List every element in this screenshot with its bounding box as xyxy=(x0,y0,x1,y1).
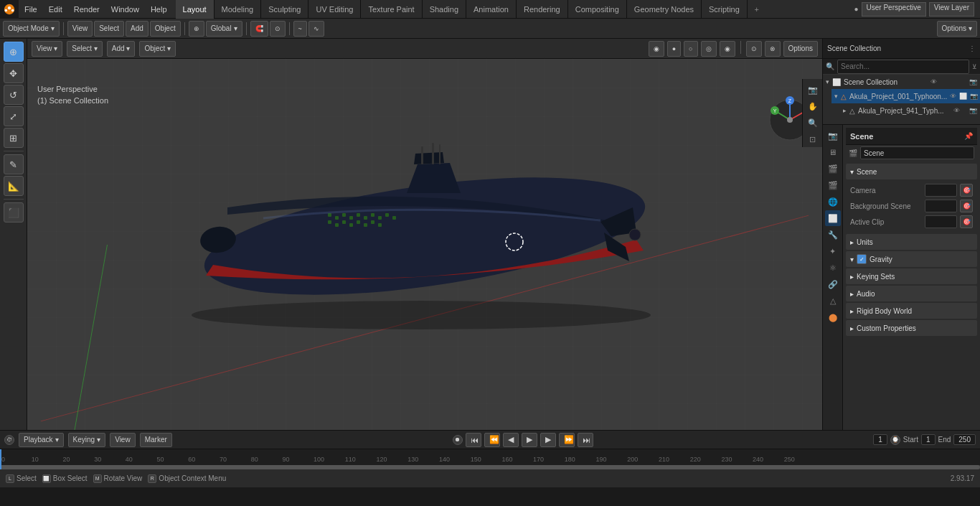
end-frame-display[interactable]: 250 xyxy=(953,434,976,445)
scene-area[interactable]: User Perspective (1) Scene Collection X … xyxy=(27,59,822,430)
view-layer-selector[interactable]: View Layer xyxy=(929,2,974,17)
active-clip-pick-btn[interactable]: 🎯 xyxy=(960,215,973,228)
add-cube-tool[interactable]: ⬛ xyxy=(4,202,24,222)
object-mode-dropdown[interactable]: Object Mode ▾ xyxy=(3,21,60,37)
prop-output-icon[interactable]: 🖥 xyxy=(825,144,841,160)
viewport-select-dropdown[interactable]: Select ▾ xyxy=(67,41,103,57)
collection-eye-icon[interactable]: 👁 xyxy=(930,78,937,85)
keying-section-header[interactable]: ▸ Keying Sets xyxy=(846,268,977,284)
viz1[interactable]: ~ xyxy=(293,21,307,37)
view-menu-btn[interactable]: View xyxy=(67,21,93,37)
viewport-add-dropdown[interactable]: Add ▾ xyxy=(107,41,136,57)
timeline-clock-icon[interactable]: ⏱ xyxy=(4,435,14,445)
select-menu-btn[interactable]: Select xyxy=(94,21,124,37)
viewport-shading-mat[interactable]: ◎ xyxy=(701,41,717,57)
vp-frame-icon[interactable]: ⊡ xyxy=(805,131,821,147)
cursor-tool[interactable]: ⊕ xyxy=(4,42,24,62)
item1-eye-icon[interactable]: 👁 xyxy=(950,93,956,100)
prop-world-icon[interactable]: 🌐 xyxy=(825,194,841,210)
rigidbody-section-header[interactable]: ▸ Rigid Body World xyxy=(846,303,977,319)
snap-toggle[interactable]: 🧲 xyxy=(250,21,268,37)
prop-view-icon[interactable]: 🎬 xyxy=(825,161,841,177)
object-menu-btn[interactable]: Object xyxy=(150,21,181,37)
tab-compositing[interactable]: Compositing xyxy=(568,0,627,19)
start-frame-display[interactable]: 1 xyxy=(921,434,936,445)
gravity-checkbox[interactable]: ✓ xyxy=(857,254,867,264)
viewport-display-mode[interactable]: ◉ xyxy=(649,41,664,57)
tab-animation[interactable]: Animation xyxy=(466,0,517,19)
prop-modifier-icon[interactable]: 🔧 xyxy=(825,227,841,243)
outliner-filter-btn[interactable]: ⊻ xyxy=(972,63,977,70)
jump-start-btn[interactable]: ⏮ xyxy=(466,433,481,447)
proportional-editing[interactable]: ⊙ xyxy=(270,21,286,37)
outliner-scene-collection[interactable]: ▾ ⬜ Scene Collection 👁 📷 xyxy=(823,75,980,89)
playback-dropdown[interactable]: Playback▾ xyxy=(19,433,64,447)
viewport-shading-render[interactable]: ◉ xyxy=(720,41,735,57)
record-btn[interactable]: ⏺ xyxy=(453,435,463,445)
tab-texture-paint[interactable]: Texture Paint xyxy=(361,0,422,19)
jump-end-btn[interactable]: ⏭ xyxy=(578,433,593,447)
viewport-options[interactable]: Options xyxy=(783,41,818,57)
units-section-header[interactable]: ▸ Units xyxy=(846,234,977,250)
timeline-scrollbar-thumb[interactable] xyxy=(0,465,980,469)
tab-layout[interactable]: Layout xyxy=(176,0,215,19)
next-keyframe-btn[interactable]: ▶ xyxy=(540,433,556,447)
scale-tool[interactable]: ⤢ xyxy=(4,106,24,126)
outliner-search-input[interactable] xyxy=(837,60,969,74)
vp-camera-icon[interactable]: 📷 xyxy=(805,82,821,98)
annotate-tool[interactable]: ✎ xyxy=(4,154,24,174)
active-clip-value[interactable] xyxy=(925,215,957,228)
prop-pin-icon[interactable]: 📌 xyxy=(964,132,973,140)
tab-modeling[interactable]: Modeling xyxy=(215,0,262,19)
menu-window[interactable]: Window xyxy=(105,0,145,19)
transform-global[interactable]: Global▾ xyxy=(206,21,242,37)
item2-render-icon[interactable]: 📷 xyxy=(969,107,977,114)
menu-file[interactable]: File xyxy=(19,0,43,19)
viewport-overlay[interactable]: ⊙ xyxy=(746,41,762,57)
tab-uv-editing[interactable]: UV Editing xyxy=(308,0,361,19)
move-tool[interactable]: ✥ xyxy=(4,63,24,83)
rotate-tool[interactable]: ↺ xyxy=(4,85,24,105)
tab-rendering[interactable]: Rendering xyxy=(517,0,568,19)
keying-dropdown[interactable]: Keying▾ xyxy=(68,433,106,447)
camera-pick-btn[interactable]: 🎯 xyxy=(960,184,973,197)
viewport-gizmo[interactable]: ⊗ xyxy=(765,41,781,57)
scene-selector[interactable]: User Perspective xyxy=(862,2,926,17)
play-btn[interactable]: ▶ xyxy=(522,433,537,447)
current-frame-display[interactable]: 1 xyxy=(873,434,887,445)
prev-frame-btn[interactable]: ⏪ xyxy=(484,433,500,447)
item1-render-icon[interactable]: 📷 xyxy=(970,93,978,100)
prop-material-icon[interactable]: ⬤ xyxy=(825,309,841,325)
audio-section-header[interactable]: ▸ Audio xyxy=(846,286,977,301)
tab-scripting[interactable]: Scripting xyxy=(702,0,748,19)
tab-geometry-nodes[interactable]: Geometry Nodes xyxy=(627,0,702,19)
measure-tool[interactable]: 📐 xyxy=(4,176,24,196)
item2-eye-icon[interactable]: 👁 xyxy=(953,107,960,114)
viewport-object-dropdown[interactable]: Object ▾ xyxy=(139,41,176,57)
3d-viewport[interactable]: View ▾ Select ▾ Add ▾ Object ▾ ◉ ● ○ ◎ ◉… xyxy=(27,39,822,430)
scene-section-header[interactable]: ▾ Scene xyxy=(846,164,977,179)
prop-data-icon[interactable]: △ xyxy=(825,293,841,309)
transform-tool[interactable]: ⊞ xyxy=(4,128,24,148)
outliner-filter-icon[interactable]: ⋮ xyxy=(969,44,976,52)
options-btn[interactable]: Options▾ xyxy=(937,21,977,37)
item1-select-icon[interactable]: ⬜ xyxy=(959,93,967,100)
scene-name-input[interactable]: Scene xyxy=(860,146,974,159)
add-workspace-button[interactable]: + xyxy=(748,5,766,14)
prev-keyframe-btn[interactable]: ◀ xyxy=(503,433,519,447)
timeline-ruler[interactable]: 0 10 20 30 40 50 60 70 80 90 100 110 120… xyxy=(0,449,980,469)
tab-shading[interactable]: Shading xyxy=(423,0,466,19)
viewport-shading-solid[interactable]: ○ xyxy=(684,41,697,57)
gravity-section-header[interactable]: ▾ ✓ Gravity xyxy=(846,251,977,267)
vp-hand-icon[interactable]: ✋ xyxy=(805,98,821,114)
transform-orient[interactable]: ⊕ xyxy=(189,21,204,37)
menu-edit[interactable]: Edit xyxy=(43,0,68,19)
prop-render-icon[interactable]: 📷 xyxy=(825,128,841,144)
outliner-item-2[interactable]: ▸ △ Akula_Project_941_Typh... 👁 📷 xyxy=(840,103,980,118)
custom-props-header[interactable]: ▸ Custom Properties xyxy=(846,320,977,336)
prop-constraints-icon[interactable]: 🔗 xyxy=(825,276,841,292)
vp-zoom-icon[interactable]: 🔍 xyxy=(805,115,821,131)
menu-render[interactable]: Render xyxy=(68,0,105,19)
frame-clock-icon[interactable]: ⌚ xyxy=(890,435,900,445)
tab-sculpting[interactable]: Sculpting xyxy=(261,0,308,19)
